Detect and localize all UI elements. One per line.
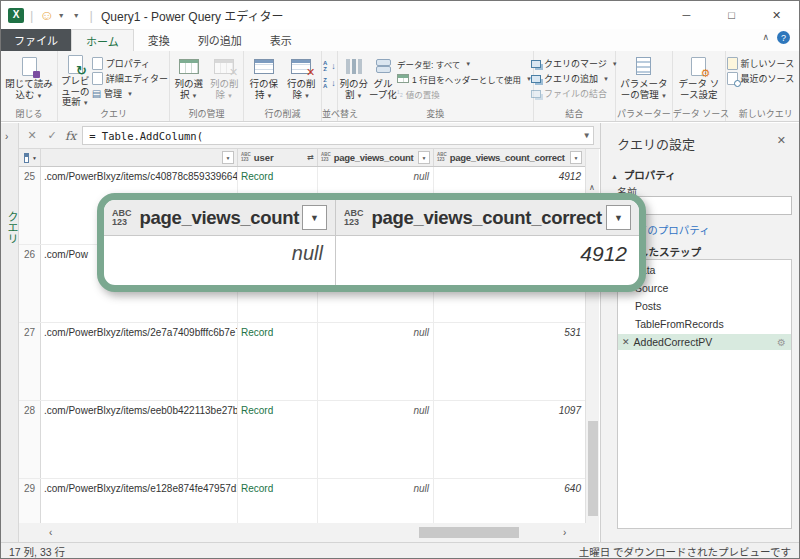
keep-rows-button[interactable]: 行の保持▼ xyxy=(245,53,283,107)
new-source-button[interactable]: 新しいソース▼ xyxy=(727,56,800,71)
scroll-right-icon[interactable]: › xyxy=(563,527,566,538)
select-all-corner-button[interactable]: ▼ xyxy=(19,149,41,166)
expand-column-icon[interactable]: ⇄ xyxy=(307,153,314,162)
query-settings-panel: クエリの設定 ✕ ▲ プロパティ 名前 すべてのプロパティ 適用したステップ d… xyxy=(600,123,800,542)
feedback-smiley-icon[interactable]: ☺ xyxy=(39,8,53,22)
append-queries-button[interactable]: クエリの追加▼ xyxy=(531,71,618,86)
sort-ascending-button[interactable]: AZ ↓ xyxy=(323,58,336,73)
grid-cell[interactable]: .com/PowerBlxyz/items/eeb0b422113be27b85… xyxy=(41,401,238,478)
step-item-selected[interactable]: ✕ AddedCorrectPV ⚙ xyxy=(618,334,791,350)
advanced-editor-button[interactable]: 詳細エディター xyxy=(92,71,168,86)
choose-columns-button[interactable]: 列の選択▼ xyxy=(171,53,207,107)
group-label-query: クエリ xyxy=(58,107,169,120)
zoomed-cell-4912: 4912 xyxy=(336,236,639,285)
formula-accept-icon[interactable]: ✓ xyxy=(45,129,59,142)
split-column-button[interactable]: 列の分割▼ xyxy=(339,53,369,107)
manage-parameters-button[interactable]: パラメーターの管理▼ xyxy=(617,53,671,107)
row-number[interactable]: 27 xyxy=(19,323,41,400)
horizontal-scrollbar-thumb[interactable] xyxy=(419,527,519,538)
close-and-load-button[interactable]: 閉じて読み込む▼ xyxy=(2,53,56,107)
filter-icon[interactable]: ▼ xyxy=(222,151,234,164)
record-link[interactable]: Record xyxy=(238,401,318,478)
smiley-dropdown-caret-icon[interactable]: ▼ xyxy=(58,12,65,19)
column-type-icon: ABC123 xyxy=(321,153,331,162)
maximize-button[interactable]: □ xyxy=(709,1,754,29)
grid-cell[interactable]: 1097 xyxy=(434,401,585,478)
grid-cell[interactable]: null xyxy=(318,401,434,478)
expand-queries-pane-icon[interactable]: › xyxy=(5,131,8,142)
step-item[interactable]: Posts xyxy=(618,298,791,314)
row-number[interactable]: 28 xyxy=(19,401,41,478)
record-link[interactable]: Record xyxy=(238,479,318,523)
combine-files-button[interactable]: ファイルの結合 xyxy=(531,86,618,101)
help-icon[interactable]: ? xyxy=(777,31,790,44)
ribbon: 閉じて読み込む▼ 閉じる ↻ プレビューの更新▼ プロパティ 詳細エディター ▤ xyxy=(1,51,799,122)
replace-values-button[interactable]: ¹₂ 値の置換 xyxy=(397,86,532,101)
ribbon-group-combine: クエリのマージ▼ クエリの追加▼ ファイルの結合 結合 xyxy=(534,51,616,121)
formula-expand-icon[interactable]: ▼ xyxy=(584,131,593,140)
formula-bar: ✕ ✓ fx = Table.AddColumn( ▼ xyxy=(19,123,600,149)
ribbon-tab-row: ファイル ホーム 変換 列の追加 表示 xyxy=(1,29,799,51)
quick-access-toolbar-caret-icon[interactable]: ▼ xyxy=(73,12,80,19)
column-header-url[interactable]: ▼ xyxy=(41,149,238,166)
properties-button[interactable]: プロパティ xyxy=(92,56,168,71)
row-number[interactable]: 29 xyxy=(19,479,41,523)
filter-icon[interactable]: ▼ xyxy=(570,151,582,164)
group-label-new-query: 新しいクエリ xyxy=(726,107,800,120)
ribbon-group-new-query: 新しいソース▼ 最近のソース▼ 新しいクエリ xyxy=(726,51,800,121)
zoomed-cell-null: null xyxy=(104,236,336,285)
delete-step-icon[interactable]: ✕ xyxy=(622,337,630,347)
new-source-icon xyxy=(727,57,738,70)
manage-button[interactable]: ▤ 管理▼ xyxy=(92,86,168,101)
horizontal-scrollbar[interactable]: ‹ › xyxy=(19,523,585,542)
data-source-settings-button[interactable]: ⚙ データ ソース設定 xyxy=(674,53,724,107)
grid-cell[interactable]: 531 xyxy=(434,323,585,400)
use-first-row-as-headers-button[interactable]: 1 行目をヘッダーとして使用▼ xyxy=(397,71,532,86)
record-link[interactable]: Record xyxy=(238,323,318,400)
grid-cell[interactable]: null xyxy=(318,323,434,400)
minimize-button[interactable]: ─ xyxy=(664,1,709,29)
data-type-button[interactable]: データ型: すべて▼ xyxy=(397,56,532,71)
sort-descending-button[interactable]: ZA ↓ xyxy=(323,75,336,90)
row-number[interactable]: 25 xyxy=(19,167,41,244)
merge-queries-button[interactable]: クエリのマージ▼ xyxy=(531,56,618,71)
ribbon-group-data-source: ⚙ データ ソース設定 データ ソース xyxy=(673,51,726,121)
properties-section-header[interactable]: ▲ プロパティ xyxy=(611,167,676,182)
group-label-data-source: データ ソース xyxy=(673,107,725,120)
filter-icon[interactable]: ▼ xyxy=(418,151,430,164)
zoom-callout-overlay: ABC123 page_views_count ▼ ABC123 page_vi… xyxy=(97,193,646,292)
row-number[interactable]: 26 xyxy=(19,245,41,322)
panel-close-icon[interactable]: ✕ xyxy=(777,134,786,147)
step-settings-gear-icon[interactable]: ⚙ xyxy=(777,337,786,348)
group-by-button[interactable]: グループ化 xyxy=(369,53,397,107)
formula-input[interactable]: = Table.AddColumn( ▼ xyxy=(82,126,594,145)
refresh-preview-button[interactable]: ↻ プレビューの更新▼ xyxy=(59,53,92,107)
grid-cell[interactable]: .com/PowerBlxyz/items/2e7a7409bfffc6b7e7… xyxy=(41,323,238,400)
column-header-page-views-count-correct[interactable]: ABC123 page_views_count_correct ▼ xyxy=(434,149,585,166)
column-type-icon: ABC123 xyxy=(437,153,447,162)
recent-sources-button[interactable]: 最近のソース▼ xyxy=(727,71,800,86)
grid-cell[interactable]: null xyxy=(318,479,434,523)
group-label-reduce-rows: 行の削減 xyxy=(244,107,321,120)
grid-cell[interactable]: .com/PowerBlxyz/items/e128e874fe47957d1d… xyxy=(41,479,238,523)
tab-view[interactable]: 表示 xyxy=(256,29,306,51)
tab-add-column[interactable]: 列の追加 xyxy=(184,29,256,51)
tab-transform[interactable]: 変換 xyxy=(134,29,184,51)
tab-home[interactable]: ホーム xyxy=(71,29,134,51)
collapse-ribbon-icon[interactable]: ∧ xyxy=(762,32,769,42)
close-button[interactable]: ✕ xyxy=(754,1,799,29)
tab-file[interactable]: ファイル xyxy=(1,29,71,51)
panel-title: クエリの設定 xyxy=(617,134,695,153)
column-header-user[interactable]: ABC123 user ⇄ xyxy=(238,149,318,166)
step-item[interactable]: Source xyxy=(618,280,791,296)
formula-cancel-icon[interactable]: ✕ xyxy=(25,129,39,142)
column-header-page-views-count[interactable]: ABC123 page_views_count ▼ xyxy=(318,149,434,166)
scroll-left-icon[interactable]: ‹ xyxy=(49,527,52,538)
scroll-up-icon[interactable]: ∧ xyxy=(589,183,595,192)
vertical-scrollbar-thumb[interactable] xyxy=(588,421,598,516)
step-item[interactable]: TableFromRecords xyxy=(618,316,791,332)
remove-rows-button[interactable]: ✕ 行の削除▼ xyxy=(283,53,321,107)
remove-columns-button[interactable]: ✕ 列の削除▼ xyxy=(207,53,243,107)
power-query-editor-window: X | ☺ ▼ ▼ | Query1 - Power Query エディター ─… xyxy=(0,0,800,559)
grid-cell[interactable]: 640 xyxy=(434,479,585,523)
